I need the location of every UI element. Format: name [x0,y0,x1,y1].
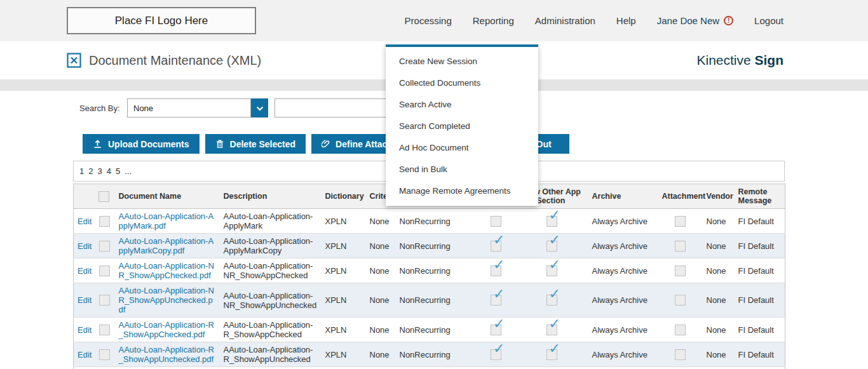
show-other-app-checkbox[interactable] [546,349,557,360]
document-xml-icon [67,52,81,69]
show-app-checkbox[interactable] [491,325,501,335]
cell-vendor: None [703,318,735,342]
nav-item-processing[interactable]: Processing [405,15,452,26]
page-link-[interactable]: ... [125,166,132,176]
nav-item-jane-doe-new[interactable]: Jane Doe New! [657,15,733,26]
topbar: Place FI Logo Here ProcessingReportingAd… [0,0,868,41]
document-name-link[interactable]: AAuto-Loan-Application-NR_ShowAppUncheck… [119,286,216,314]
edit-link[interactable]: Edit [78,241,92,251]
edit-link[interactable]: Edit [78,217,92,226]
nav-item-help[interactable]: Help [616,15,636,26]
cell-show-app [477,367,515,369]
selected-checkbox[interactable] [99,216,110,227]
document-name-link[interactable]: AAuto-Loan-Application-NR_ShowAppChecked… [119,261,216,280]
cell-archive: Always Archive [588,342,658,367]
selected-checkbox[interactable] [99,349,110,360]
cell-name: AAuto-Loan-Application-R_ShowAppChecked.… [115,318,220,342]
page-link-2[interactable]: 2 [88,166,93,176]
attachment-checkbox[interactable] [675,241,686,252]
selected-checkbox[interactable] [99,295,110,305]
selected-checkbox[interactable] [99,265,110,276]
cell-edit: Edit [74,234,95,258]
select-all-checkbox[interactable] [98,191,109,202]
cell-remote-message: FI Default [735,342,785,367]
nav-item-logout[interactable]: Logout [754,15,783,26]
cell-edit: Edit [74,283,95,318]
table-row: EditAAuto-Loan-Application-ApplyMark.pdf… [74,209,785,234]
cell-recurring: NonRecurring [396,342,477,367]
attachment-checkbox[interactable] [675,349,686,360]
search-by-dropdown-button[interactable] [251,98,268,117]
cell-show-other-app [515,367,588,369]
show-other-app-checkbox[interactable] [546,241,557,252]
show-other-app-checkbox[interactable] [546,216,557,227]
cell-archive: Always Archive [588,234,658,258]
edit-link[interactable]: Edit [78,295,92,305]
menu-item-search-active[interactable]: Search Active [386,94,538,116]
edit-link[interactable]: Edit [78,325,92,335]
cell-vendor: None [703,209,735,234]
cell-remote-message: FI Default [735,367,785,369]
table-row: EditAAuto-Loan-Application-NR_ShowAppUnc… [74,283,785,318]
nav-item-reporting[interactable]: Reporting [473,15,514,26]
edit-link[interactable]: Edit [78,266,92,276]
document-name-link[interactable]: AAuto-Loan-Application-ApplyMarkCopy.pdf [119,236,216,255]
cell-show-app [477,234,515,258]
cell-selected [95,318,115,342]
cell-criteria: None [366,283,396,318]
document-name-link[interactable]: AAuto-Loan-Application-R_ShowAppUnchecke… [119,345,216,364]
cell-description: AAuto-Loan-Application-ApplyMarkCopy [220,234,322,258]
menu-item-create-new-session[interactable]: Create New Session [386,51,538,72]
page-link-5[interactable]: 5 [116,166,120,176]
cell-attachment [658,234,703,258]
menu-item-manage-remote-agreements[interactable]: Manage Remote Agreements [386,180,538,202]
selected-checkbox[interactable] [99,241,110,252]
nav-item-administration[interactable]: Administration [535,15,595,26]
delete-selected-button[interactable]: Delete Selected [205,134,306,154]
show-app-checkbox[interactable] [491,265,501,276]
show-other-app-checkbox[interactable] [546,325,557,335]
menu-item-search-completed[interactable]: Search Completed [386,116,538,137]
cell-attachment [658,283,703,318]
table-row: EditAAuto-Loan-Application-R_ShowAppChec… [74,318,785,342]
cell-selected [95,234,115,258]
nav-item-label: Jane Doe New [657,15,719,26]
cell-recurring: NonRecurring [396,209,477,234]
brand-name: Kinective [696,53,754,67]
cell-description: AAuto-Loan-Application-RS-AFD731-test [220,367,322,369]
show-app-checkbox[interactable] [491,295,501,305]
menu-item-ad-hoc-document[interactable]: Ad Hoc Document [386,137,538,159]
page-link-4[interactable]: 4 [107,166,111,176]
menu-item-collected-documents[interactable]: Collected Documents [386,72,538,94]
document-name-link[interactable]: AAuto-Loan-Application-R_ShowAppChecked.… [119,320,216,339]
cell-description: AAuto-Loan-Application-NR_ShowAppChecked [220,258,322,283]
cell-archive: Always Archive [588,209,658,234]
attachment-checkbox[interactable] [675,265,686,276]
cell-recurring: NonRecurring [396,367,477,369]
cell-show-other-app [515,258,588,283]
page-link-1[interactable]: 1 [79,166,84,176]
attachment-checkbox[interactable] [675,325,686,335]
cell-vendor: None [703,342,735,367]
menu-item-send-in-bulk[interactable]: Send in Bulk [386,159,538,180]
col-header-archive: Archive [588,184,658,209]
show-other-app-checkbox[interactable] [546,295,557,305]
upload-documents-button[interactable]: Upload Documents [83,134,200,154]
document-name-link[interactable]: AAuto-Loan-Application-ApplyMark.pdf [119,211,216,231]
trash-icon [215,139,224,149]
edit-link[interactable]: Edit [78,350,92,359]
cell-show-app [477,342,515,367]
cell-attachment [658,258,703,283]
brand-logo: Kinective Sign [696,53,783,68]
attachment-checkbox[interactable] [675,295,686,305]
show-app-checkbox[interactable] [491,216,501,227]
attachment-checkbox[interactable] [675,216,686,227]
show-app-checkbox[interactable] [491,349,501,360]
selected-checkbox[interactable] [99,325,110,335]
show-app-checkbox[interactable] [491,241,501,252]
show-other-app-checkbox[interactable] [546,265,557,276]
page-link-3[interactable]: 3 [97,166,102,176]
chevron-down-icon [256,102,264,114]
search-by-select[interactable]: None [127,98,251,117]
cell-name: AAuto-Loan-Application-NR_ShowAppChecked… [115,258,220,283]
